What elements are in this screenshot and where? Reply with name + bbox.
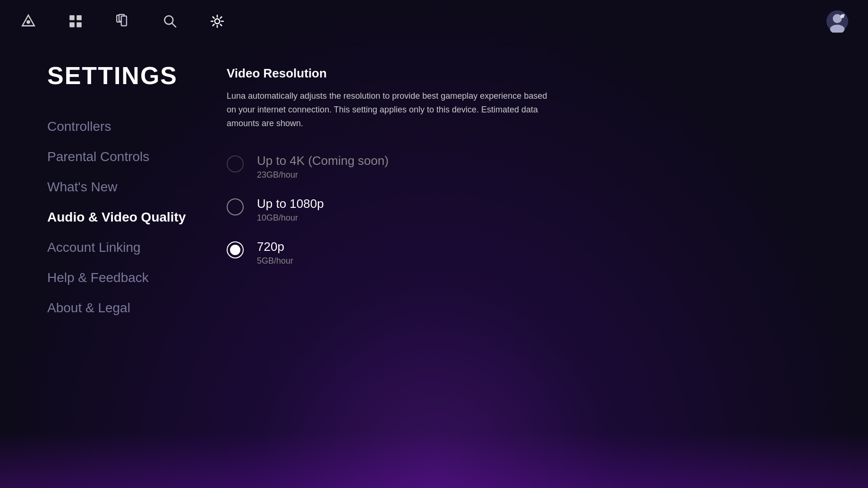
sidebar-item-account-linking[interactable]: Account Linking (47, 234, 189, 261)
svg-point-13 (833, 14, 842, 23)
resolution-options: Up to 4K (Coming soon) 23GB/hour Up to 1… (227, 154, 868, 266)
svg-rect-2 (69, 15, 75, 20)
sidebar-item-parental-controls[interactable]: Parental Controls (47, 144, 189, 170)
resolution-option-4k[interactable]: Up to 4K (Coming soon) 23GB/hour (227, 154, 868, 180)
svg-rect-4 (69, 22, 75, 27)
resolution-option-1080p[interactable]: Up to 1080p 10GB/hour (227, 197, 868, 223)
radio-label-720p: 720p 5GB/hour (257, 240, 293, 266)
svg-line-10 (172, 23, 176, 27)
radio-text-4k: Up to 4K (Coming soon) (257, 154, 389, 168)
sidebar-item-audio-video-quality[interactable]: Audio & Video Quality (47, 204, 189, 231)
radio-main-label-4k: Up to 4K (257, 154, 305, 168)
svg-rect-3 (77, 15, 82, 20)
grid-icon[interactable] (66, 12, 85, 31)
main-content: SETTINGS Controllers Parental Controls W… (0, 43, 868, 321)
svg-point-16 (842, 14, 845, 16)
radio-text-720p: 720p (257, 240, 293, 254)
svg-rect-5 (77, 22, 82, 27)
radio-text-1080p: Up to 1080p (257, 197, 324, 211)
settings-icon[interactable] (208, 12, 227, 31)
sidebar-item-about-legal[interactable]: About & Legal (47, 295, 189, 321)
radio-button-4k[interactable] (227, 155, 244, 172)
resolution-option-720p[interactable]: 720p 5GB/hour (227, 240, 868, 266)
svg-point-11 (215, 19, 220, 24)
page-title: SETTINGS (47, 61, 189, 90)
sidebar-item-controllers[interactable]: Controllers (47, 113, 189, 140)
user-avatar-icon[interactable] (825, 9, 849, 33)
radio-subtext-1080p: 10GB/hour (257, 213, 324, 223)
sidebar-item-whats-new[interactable]: What's New (47, 174, 189, 200)
top-navigation (0, 0, 868, 43)
library-icon[interactable] (113, 12, 132, 31)
coming-soon-badge: (Coming soon) (305, 154, 389, 168)
sidebar-item-help-feedback[interactable]: Help & Feedback (47, 265, 189, 291)
radio-button-720p[interactable] (227, 241, 244, 258)
section-title: Video Resolution (227, 66, 868, 81)
sidebar-navigation: Controllers Parental Controls What's New… (47, 113, 189, 321)
radio-subtext-4k: 23GB/hour (257, 170, 389, 180)
radio-label-1080p: Up to 1080p 10GB/hour (257, 197, 324, 223)
nav-icons-left (19, 12, 227, 31)
svg-rect-8 (121, 16, 127, 26)
radio-button-1080p[interactable] (227, 198, 244, 215)
radio-subtext-720p: 5GB/hour (257, 256, 293, 266)
section-description: Luna automatically adjusts the resolutio… (227, 89, 557, 130)
home-icon[interactable] (19, 12, 38, 31)
svg-point-1 (26, 20, 30, 24)
sidebar: SETTINGS Controllers Parental Controls W… (47, 61, 189, 321)
content-panel: Video Resolution Luna automatically adju… (227, 61, 868, 321)
search-icon[interactable] (161, 12, 179, 31)
radio-label-4k: Up to 4K (Coming soon) 23GB/hour (257, 154, 389, 180)
